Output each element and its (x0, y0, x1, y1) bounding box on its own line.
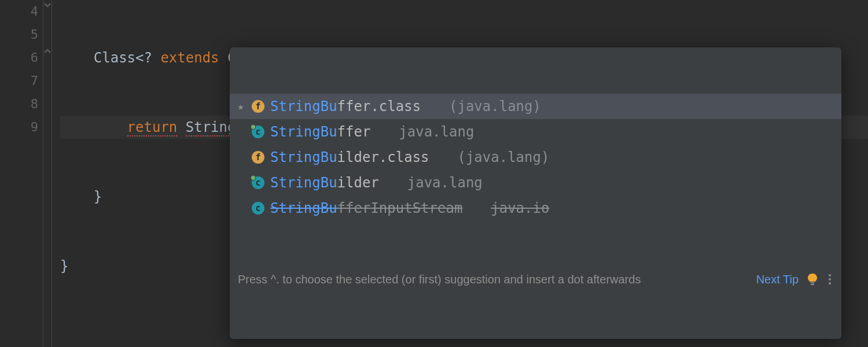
completion-popup: ★fStringBuffer.class java.langcStringBuf… (230, 47, 841, 339)
completion-location-text: java.lang (457, 146, 549, 169)
code-area[interactable]: Class<? extends CharSequence> getObjectC… (52, 0, 868, 347)
fold-marker-icon[interactable] (43, 47, 52, 56)
code-text: Class<? (60, 50, 160, 66)
fold-marker-icon[interactable] (43, 1, 52, 9)
class-badge-icon: c (252, 176, 264, 189)
completion-item[interactable]: cStringBuilder java.lang (230, 170, 841, 195)
completion-item[interactable]: fStringBuilder.class java.lang (230, 145, 841, 170)
line-number: 6 (7, 46, 38, 69)
keyword: extends (160, 50, 219, 66)
next-tip-link[interactable]: Next Tip (756, 272, 799, 287)
code-text (177, 119, 185, 135)
line-number: 9 (7, 116, 38, 139)
completion-entry-text: StringBuilder (270, 171, 379, 194)
completion-entry-text: StringBuffer.class (270, 95, 421, 118)
completion-item[interactable]: cStringBufferInputStream java.io (230, 195, 841, 221)
line-number: 4 (7, 0, 38, 23)
completion-location-text: java.io (491, 197, 549, 220)
completion-location-text: java.lang (449, 95, 541, 118)
code-editor: 4 5 6 7 8 9 Class<? extends CharSequence… (0, 0, 868, 347)
fold-column (43, 0, 52, 347)
completion-item[interactable]: ★fStringBuffer.class java.lang (230, 94, 841, 119)
completion-location-text: java.lang (407, 171, 483, 194)
completion-item[interactable]: cStringBuffer java.lang (230, 119, 841, 145)
field-badge-icon: f (252, 100, 264, 113)
completion-entry-text: StringBuffer (270, 120, 370, 143)
line-number: 7 (7, 69, 38, 93)
code-text (60, 119, 127, 135)
completion-location-text: java.lang (399, 120, 474, 143)
field-badge-icon: f (252, 151, 264, 164)
line-number: 5 (7, 23, 38, 46)
completion-hint-text: Press ^. to choose the selected (or firs… (238, 272, 748, 287)
intention-bulb-icon[interactable] (807, 272, 818, 286)
completion-entry-text: StringBufferInputStream (270, 197, 462, 220)
gutter: 4 5 6 7 8 9 (0, 0, 52, 347)
svg-rect-1 (811, 284, 814, 285)
svg-rect-0 (811, 282, 815, 283)
class-badge-icon: c (252, 202, 264, 215)
class-badge-icon: c (252, 125, 264, 138)
more-options-icon[interactable] (826, 274, 833, 285)
star-icon: ★ (236, 95, 246, 118)
completion-entry-text: StringBuilder.class (270, 146, 429, 169)
code-text: } (60, 189, 102, 205)
completion-hint-bar: Press ^. to choose the selected (or firs… (230, 267, 841, 293)
code-text: } (60, 258, 68, 274)
line-number: 8 (7, 93, 38, 116)
keyword: return (127, 119, 178, 136)
